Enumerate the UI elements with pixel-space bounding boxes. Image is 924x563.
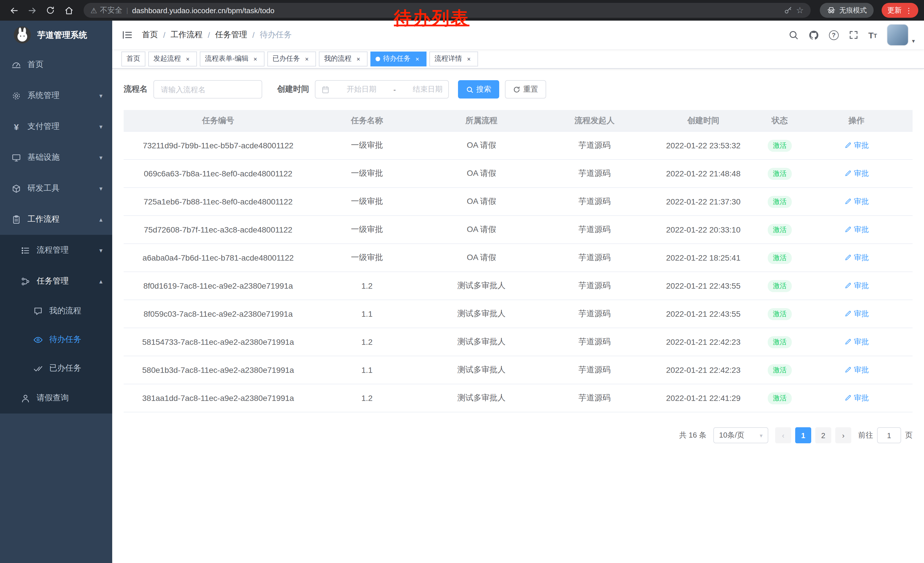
approve-label: 审批	[854, 140, 869, 151]
close-icon[interactable]: ×	[251, 55, 260, 63]
browser-menu-icon[interactable]: ⋮	[905, 6, 912, 15]
workflow-submenu: 流程管理 ▾ 任务管理 ▴ 我的流程	[0, 235, 112, 413]
process-name-input[interactable]	[153, 80, 262, 99]
close-icon[interactable]: ×	[465, 55, 473, 63]
edit-pencil-icon	[844, 310, 852, 318]
process-starter: 芋道源码	[542, 197, 648, 207]
tab-my-process[interactable]: 我的流程 ×	[319, 51, 368, 66]
create-time: 2022-01-22 23:53:32	[648, 141, 759, 150]
approve-link[interactable]: 审批	[844, 281, 869, 291]
task-name: 一级审批	[313, 168, 422, 179]
browser-update-button[interactable]: 更新 ⋮	[882, 3, 918, 18]
fullscreen-icon[interactable]	[848, 30, 858, 40]
url-text[interactable]: dashboard.yudao.iocoder.cn/bpm/task/todo	[132, 6, 274, 15]
breadcrumb-workflow[interactable]: 工作流程	[171, 30, 202, 40]
bookmark-star-icon[interactable]: ☆	[796, 5, 804, 15]
process-name: OA 请假	[422, 140, 542, 151]
tab-start-process[interactable]: 发起流程 ×	[148, 51, 197, 66]
password-key-icon[interactable]	[783, 6, 792, 15]
sidebar-item-label: 请假查询	[37, 393, 69, 403]
page-button-2[interactable]: 2	[815, 427, 831, 443]
search-icon[interactable]	[788, 30, 798, 40]
sidebar-item-devtools[interactable]: 研发工具 ▾	[0, 173, 112, 204]
address-bar[interactable]: ⚠ 不安全 | dashboard.yudao.iocoder.cn/bpm/t…	[84, 3, 811, 18]
approve-link[interactable]: 审批	[844, 393, 869, 403]
next-page-button[interactable]: ›	[835, 427, 851, 443]
tab-form-edit[interactable]: 流程表单-编辑 ×	[200, 51, 264, 66]
sidebar-item-workflow[interactable]: 工作流程 ▴	[0, 204, 112, 235]
tab-done-tasks[interactable]: 已办任务 ×	[267, 51, 316, 66]
date-range-picker[interactable]: 开始日期 - 结束日期	[315, 80, 449, 99]
breadcrumb-home[interactable]: 首页	[142, 30, 158, 40]
approve-link[interactable]: 审批	[844, 365, 869, 375]
approve-link[interactable]: 审批	[844, 140, 869, 151]
reset-button[interactable]: 重置	[505, 80, 546, 99]
close-icon[interactable]: ×	[303, 55, 311, 63]
eye-icon	[33, 335, 43, 344]
process-name: 测试多审批人	[422, 365, 542, 375]
sidebar-item-infra[interactable]: 基础设施 ▾	[0, 142, 112, 173]
approve-link[interactable]: 审批	[844, 197, 869, 207]
breadcrumb-task-mgmt[interactable]: 任务管理	[215, 30, 248, 40]
range-separator: -	[393, 85, 396, 94]
sidebar-item-system[interactable]: 系统管理 ▾	[0, 80, 112, 111]
github-icon[interactable]	[808, 30, 819, 41]
approve-label: 审批	[854, 168, 869, 179]
tab-todo-tasks[interactable]: 待办任务 ×	[370, 51, 426, 66]
sidebar-item-my-process[interactable]: 我的流程	[0, 297, 112, 325]
create-time: 2022-01-21 22:41:29	[648, 393, 759, 402]
process-name: 测试多审批人	[422, 337, 542, 347]
prev-page-button[interactable]: ‹	[775, 427, 791, 443]
task-id: 381aa1dd-7ac8-11ec-a9e2-a2380e71991a	[124, 393, 313, 402]
yen-icon: ¥	[12, 122, 21, 131]
browser-back-icon[interactable]	[6, 2, 22, 18]
sidebar-item-home[interactable]: 首页	[0, 49, 112, 80]
browser-forward-icon[interactable]	[24, 2, 40, 18]
help-icon[interactable]: ?	[829, 30, 838, 40]
browser-refresh-icon[interactable]	[42, 2, 58, 18]
start-date-placeholder: 开始日期	[346, 84, 376, 95]
sidebar-item-done-tasks[interactable]: 已办任务	[0, 354, 112, 383]
user-menu[interactable]: ▾	[887, 24, 915, 46]
sidebar-item-process-mgmt[interactable]: 流程管理 ▾	[0, 235, 112, 266]
goto-page-input[interactable]	[877, 427, 901, 443]
app-logo-row[interactable]: 芋道管理系统	[0, 21, 112, 49]
table-row: 069c6a63-7b8a-11ec-8ef0-acde48001122 一级审…	[124, 160, 912, 188]
security-indicator[interactable]: ⚠ 不安全	[90, 5, 122, 15]
page-size-select[interactable]: 10条/页 ▾	[713, 427, 768, 443]
omnibox-separator: |	[126, 6, 128, 14]
font-size-icon[interactable]: TT	[868, 31, 877, 39]
tab-process-detail[interactable]: 流程详情 ×	[429, 51, 478, 66]
sidebar-item-leave-query[interactable]: 请假查询	[0, 383, 112, 413]
sidebar-item-todo-tasks[interactable]: 待办任务	[0, 325, 112, 354]
approve-link[interactable]: 审批	[844, 225, 869, 235]
approve-link[interactable]: 审批	[844, 168, 869, 179]
page-button-1[interactable]: 1	[795, 427, 811, 443]
total-count: 共 16 条	[679, 430, 706, 440]
task-id: 75d72608-7b7f-11ec-a3c8-acde48001122	[124, 225, 313, 234]
chevron-up-icon: ▴	[99, 278, 102, 285]
edit-pencil-icon	[844, 394, 852, 402]
approve-link[interactable]: 审批	[844, 309, 869, 319]
task-name: 1.2	[313, 393, 422, 402]
close-icon[interactable]: ×	[184, 55, 192, 63]
search-button[interactable]: 搜索	[458, 80, 499, 99]
browser-home-icon[interactable]	[61, 2, 77, 18]
approve-link[interactable]: 审批	[844, 252, 869, 263]
sidebar-item-payment[interactable]: ¥ 支付管理 ▾	[0, 111, 112, 142]
edit-pencil-icon	[844, 282, 852, 290]
edit-pencil-icon	[844, 254, 852, 261]
process-starter: 芋道源码	[542, 393, 648, 403]
task-name: 一级审批	[313, 225, 422, 235]
avatar[interactable]	[887, 24, 909, 46]
column-header: 操作	[800, 116, 912, 126]
close-icon[interactable]: ×	[354, 55, 362, 63]
sidebar-toggle-icon[interactable]	[122, 29, 133, 41]
close-icon[interactable]: ×	[413, 55, 422, 63]
column-header: 任务名称	[313, 116, 422, 126]
sidebar-item-task-mgmt[interactable]: 任务管理 ▴	[0, 266, 112, 297]
column-header: 任务编号	[124, 116, 313, 126]
create-time: 2022-01-22 21:37:30	[648, 197, 759, 206]
approve-link[interactable]: 审批	[844, 337, 869, 347]
tab-home[interactable]: 首页	[122, 51, 146, 66]
